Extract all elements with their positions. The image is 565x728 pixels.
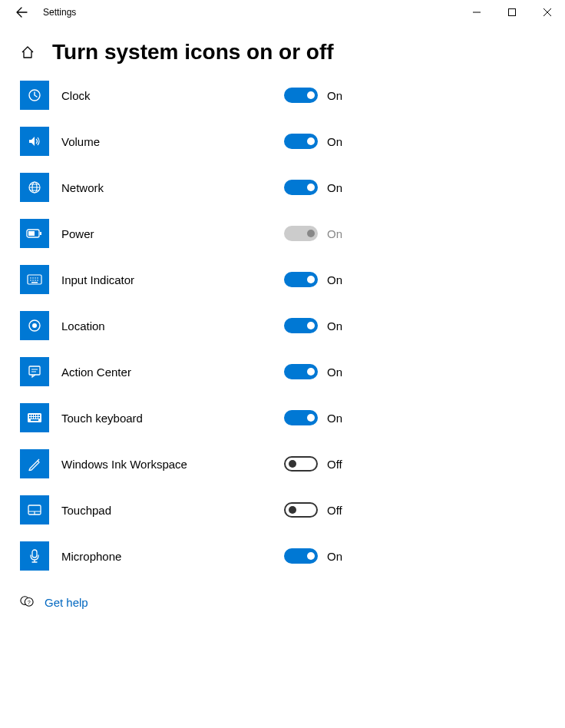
setting-row-volume: VolumeOn [20, 118, 545, 164]
svg-rect-23 [34, 415, 35, 416]
toggle-location[interactable] [284, 318, 318, 333]
network-icon [20, 173, 49, 202]
setting-label: Action Center [61, 366, 261, 379]
svg-rect-27 [31, 417, 33, 419]
mic-icon [20, 541, 49, 571]
close-button[interactable] [530, 0, 565, 25]
svg-point-9 [32, 277, 34, 279]
toggle-area: On [284, 272, 342, 287]
setting-row-input-indicator: Input IndicatorOn [20, 256, 545, 303]
volume-icon [20, 127, 49, 156]
setting-row-touch-keyboard: Touch keyboardOn [20, 395, 545, 441]
svg-rect-21 [29, 415, 31, 416]
toggle-state-label: On [327, 181, 342, 194]
titlebar: Settings [0, 0, 565, 25]
svg-point-12 [30, 280, 31, 281]
svg-point-11 [37, 277, 38, 279]
svg-rect-24 [36, 415, 38, 416]
toggle-microphone[interactable] [284, 548, 318, 564]
setting-label: Input Indicator [61, 273, 261, 286]
toggle-area: On [284, 88, 342, 103]
help-icon: ? [20, 594, 34, 611]
toggle-state-label: On [327, 412, 342, 425]
back-button[interactable] [5, 0, 38, 25]
toggle-state-label: On [327, 319, 342, 333]
setting-label: Volume [61, 135, 261, 148]
svg-rect-16 [31, 282, 38, 283]
svg-rect-0 [509, 9, 516, 16]
minimize-button[interactable] [459, 0, 494, 25]
touchkb-icon [20, 403, 49, 432]
setting-label: Location [61, 319, 261, 333]
toggle-state-label: Off [327, 504, 342, 517]
toggle-area: On [284, 364, 342, 379]
svg-rect-29 [36, 417, 38, 419]
location-icon [20, 311, 49, 340]
toggle-windows-ink-workspace[interactable] [284, 456, 318, 472]
toggle-state-label: Off [327, 458, 342, 471]
setting-row-windows-ink-workspace: Windows Ink WorkspaceOff [20, 441, 545, 487]
setting-row-power: PowerOn [20, 210, 545, 256]
setting-row-clock: ClockOn [20, 72, 545, 118]
toggle-area: Off [284, 502, 342, 518]
toggle-volume[interactable] [284, 134, 318, 149]
toggle-state-label: On [327, 227, 342, 240]
setting-label: Touchpad [61, 504, 261, 517]
svg-point-15 [37, 280, 38, 281]
svg-point-8 [30, 277, 31, 279]
toggle-area: On [284, 134, 342, 149]
power-icon [20, 219, 49, 248]
setting-row-action-center: Action CenterOn [20, 349, 545, 395]
touchpad-icon [20, 495, 49, 524]
toggle-state-label: On [327, 550, 342, 563]
setting-label: Windows Ink Workspace [61, 458, 261, 471]
get-help-link[interactable]: Get help [45, 596, 88, 609]
svg-rect-33 [32, 550, 37, 558]
svg-rect-30 [38, 417, 40, 419]
setting-row-touchpad: TouchpadOff [20, 487, 545, 533]
svg-rect-19 [29, 366, 40, 375]
input-icon [20, 265, 49, 294]
svg-rect-28 [34, 417, 35, 419]
page-header: Turn system icons on or off [0, 25, 565, 72]
toggle-area: On [284, 226, 342, 241]
toggle-area: On [284, 410, 342, 425]
toggle-state-label: On [327, 89, 342, 102]
setting-row-microphone: MicrophoneOn [20, 533, 545, 579]
svg-point-18 [32, 323, 37, 328]
settings-list: ClockOnVolumeOnNetworkOnPowerOnInput Ind… [0, 72, 565, 579]
action-icon [20, 357, 49, 386]
setting-label: Clock [61, 89, 261, 102]
svg-rect-31 [31, 419, 38, 421]
help-section: ? Get help [0, 579, 565, 626]
toggle-network[interactable] [284, 180, 318, 195]
toggle-action-center[interactable] [284, 364, 318, 379]
setting-label: Network [61, 181, 261, 194]
svg-rect-26 [29, 417, 31, 419]
toggle-power [284, 226, 318, 241]
toggle-area: On [284, 318, 342, 333]
window-title: Settings [38, 7, 76, 18]
toggle-clock[interactable] [284, 88, 318, 103]
ink-icon [20, 449, 49, 478]
svg-rect-25 [38, 415, 40, 416]
maximize-button[interactable] [494, 0, 530, 25]
setting-label: Touch keyboard [61, 412, 261, 425]
toggle-touch-keyboard[interactable] [284, 410, 318, 425]
svg-point-13 [32, 280, 34, 281]
toggle-touchpad[interactable] [284, 502, 318, 518]
toggle-state-label: On [327, 366, 342, 379]
svg-rect-22 [31, 415, 33, 416]
toggle-area: On [284, 548, 342, 564]
svg-point-14 [35, 280, 36, 281]
toggle-input-indicator[interactable] [284, 272, 318, 287]
clock-icon [20, 81, 49, 110]
toggle-state-label: On [327, 135, 342, 148]
toggle-area: Off [284, 456, 342, 472]
setting-row-location: LocationOn [20, 303, 545, 349]
setting-label: Power [61, 227, 261, 240]
toggle-state-label: On [327, 273, 342, 286]
toggle-area: On [284, 180, 342, 195]
home-button[interactable] [20, 45, 35, 60]
svg-text:?: ? [28, 599, 31, 606]
